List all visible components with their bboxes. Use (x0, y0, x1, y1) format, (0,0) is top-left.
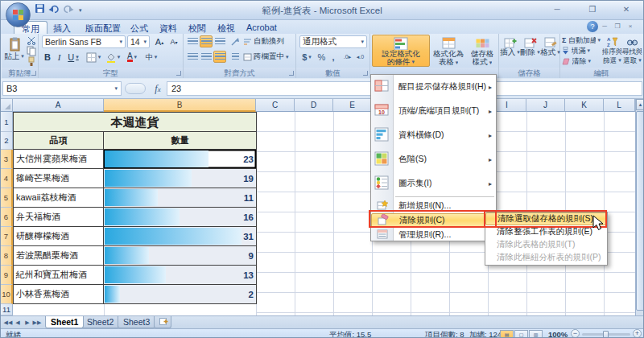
insert-cells-button[interactable]: 插入 (501, 35, 519, 67)
value-cell[interactable]: 13 (104, 266, 257, 285)
row-header-1[interactable]: 1 (1, 112, 13, 132)
col1-header-cell[interactable]: 品項 (13, 132, 104, 150)
align-left-icon[interactable] (186, 51, 199, 63)
menu-item-color-scales[interactable]: 色階(S)▸ (371, 147, 496, 171)
insert-function-icon[interactable]: fx (149, 83, 167, 95)
row-header-9[interactable]: 9 (1, 266, 13, 285)
clear-button[interactable]: 清除 (562, 56, 601, 66)
format-as-table-button[interactable]: 格式化為表格 (431, 35, 465, 67)
col-header-j[interactable]: J (526, 99, 565, 112)
row-header-11[interactable]: 11 (1, 304, 13, 315)
undo-icon[interactable] (48, 4, 60, 15)
item-cell[interactable]: kawaii荔枝梅酒 (13, 188, 104, 208)
font-color-icon[interactable]: A (123, 51, 141, 64)
menu-item-new-rule[interactable]: 新增規則(N)... (371, 199, 496, 213)
tab-review[interactable]: 校閱 (181, 21, 213, 34)
insert-worksheet-icon[interactable] (154, 316, 171, 328)
item-cell[interactable]: 紀州和寶五柑梅酒 (13, 266, 104, 285)
select-all-corner[interactable] (1, 99, 13, 112)
next-sheet-icon[interactable]: ▶ (23, 318, 32, 328)
menu-item-manage-rules[interactable]: 管理規則(R)... (371, 228, 496, 242)
zoom-in-icon[interactable]: + (633, 329, 642, 338)
shrink-font-icon[interactable]: A▾ (167, 35, 180, 48)
font-dialog-launcher-icon[interactable] (176, 71, 181, 76)
merge-center-button[interactable]: 跨欄置中 (243, 51, 296, 63)
menu-item-data-bars[interactable]: 資料橫條(D)▸ (371, 123, 496, 147)
row-header-5[interactable]: 5 (1, 188, 13, 208)
vertical-scroll-thumb[interactable] (636, 111, 644, 311)
name-box-dropdown-icon[interactable]: ▾ (114, 85, 118, 92)
last-sheet-icon[interactable]: ▶▶ (32, 318, 42, 328)
col-header-e[interactable]: E (333, 99, 372, 112)
menu-item-clear-rules[interactable]: 清除規則(C)▸ (371, 213, 496, 228)
row-header-10[interactable]: 10 (1, 285, 13, 304)
tab-insert[interactable]: 插入 (46, 21, 78, 34)
help-icon[interactable]: ? (587, 21, 598, 32)
item-cell[interactable]: 小林香蕉梅酒 (13, 285, 104, 304)
menu-item-icon-sets[interactable]: 圖示集(I)▸ (371, 171, 496, 196)
close-button[interactable]: ✕ (617, 4, 635, 15)
doc-minimize-button[interactable]: ─ (598, 23, 611, 31)
redo-icon[interactable] (63, 4, 74, 15)
comma-icon[interactable]: , (328, 51, 338, 63)
zoom-out-icon[interactable]: − (571, 329, 580, 338)
office-button[interactable] (6, 2, 31, 27)
customize-qat-icon[interactable] (77, 5, 82, 14)
col-header-d[interactable]: D (295, 99, 333, 112)
fill-button[interactable]: 填滿 (562, 46, 601, 56)
zoom-slider-thumb[interactable] (603, 331, 609, 338)
name-box[interactable]: B3▾ (2, 81, 122, 96)
cut-icon[interactable] (26, 35, 37, 45)
grow-font-icon[interactable]: A▴ (152, 35, 167, 48)
doc-restore-button[interactable]: ❒ (611, 23, 624, 31)
align-bottom-icon[interactable] (213, 35, 226, 47)
decrease-indent-icon[interactable] (229, 51, 242, 63)
fill-color-icon[interactable] (104, 51, 122, 64)
tab-view[interactable]: 檢視 (210, 21, 242, 34)
menu-item-top-bottom-rules[interactable]: 10 頂端/底端項目規則(T)▸ (371, 99, 496, 123)
bold-icon[interactable]: B (42, 51, 53, 64)
number-format-select[interactable]: 通用格式▾ (299, 35, 367, 48)
submenu-item-clear-selected-cells[interactable]: 清除選取儲存格的規則(S) (485, 212, 607, 225)
vertical-scrollbar[interactable]: ▲ (635, 99, 644, 315)
clipboard-dialog-launcher-icon[interactable] (31, 71, 36, 76)
alignment-dialog-launcher-icon[interactable] (289, 71, 294, 76)
font-size-select[interactable]: 14▾ (127, 35, 150, 48)
row-header-8[interactable]: 8 (1, 246, 13, 266)
sheet-tab-sheet2[interactable]: Sheet2 (81, 316, 119, 328)
paste-button[interactable]: 貼上 (3, 35, 25, 67)
row-header-2[interactable]: 2 (1, 132, 13, 150)
increase-decimal-icon[interactable]: .0▸ (341, 51, 353, 63)
col-header-k[interactable]: K (565, 99, 604, 112)
prev-sheet-icon[interactable]: ◀ (13, 318, 23, 328)
value-cell[interactable]: 11 (104, 188, 257, 208)
col-header-b[interactable]: B (104, 99, 256, 112)
col2-header-cell[interactable]: 數量 (104, 132, 257, 150)
delete-cells-button[interactable]: 刪除 (521, 35, 539, 67)
copy-icon[interactable] (26, 46, 37, 56)
scroll-up-icon[interactable]: ▲ (636, 99, 644, 110)
col-header-c[interactable]: C (256, 99, 295, 112)
orientation-icon[interactable] (229, 35, 242, 47)
submenu-item-clear-entire-sheet[interactable]: 清除整張工作表的規則(E) (485, 225, 607, 238)
value-cell[interactable]: 9 (104, 246, 257, 266)
menu-item-highlight-cells[interactable]: 醒目提示儲存格規則(H)▸ (371, 75, 496, 99)
save-icon[interactable] (35, 3, 45, 15)
value-cell-active[interactable]: 23 (104, 150, 257, 169)
normal-view-icon[interactable]: ▤ (500, 330, 514, 338)
first-sheet-icon[interactable]: ◀◀ (3, 318, 13, 328)
row-header-6[interactable]: 6 (1, 208, 13, 227)
item-cell[interactable]: 研釀檸檬梅酒 (13, 227, 104, 246)
percent-icon[interactable]: % (316, 51, 327, 63)
borders-icon[interactable] (85, 51, 102, 64)
format-painter-icon[interactable] (26, 56, 37, 66)
phonetic-guide-icon[interactable]: 中 (142, 51, 160, 64)
conditional-formatting-button[interactable]: 設定格式化的條件 (372, 35, 430, 67)
value-cell[interactable]: 16 (104, 208, 257, 227)
row-header-3[interactable]: 3 (1, 150, 13, 169)
cell-styles-button[interactable]: 儲存格樣式 (466, 35, 498, 67)
sheet-tab-sheet3[interactable]: Sheet3 (118, 316, 155, 328)
format-cells-button[interactable]: 格式 (541, 35, 559, 67)
underline-icon[interactable]: U (65, 51, 81, 64)
find-select-button[interactable]: 尋找與選取 (622, 35, 642, 67)
